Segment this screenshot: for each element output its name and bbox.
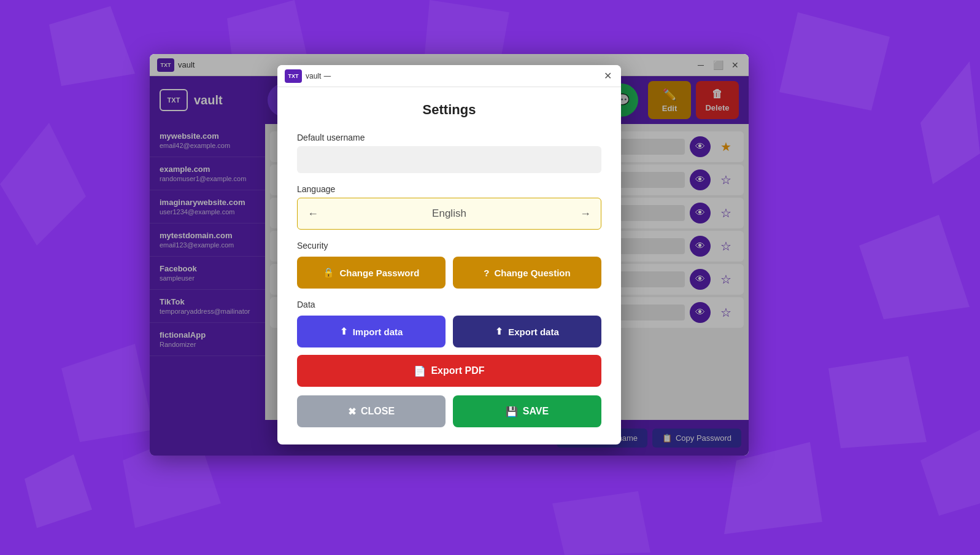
export-pdf-button[interactable]: 📄 Export PDF: [297, 355, 601, 387]
svg-marker-2: [920, 61, 980, 184]
language-selector[interactable]: ← English →: [297, 198, 601, 230]
svg-marker-9: [552, 491, 650, 555]
svg-marker-8: [724, 442, 822, 534]
language-prev-button[interactable]: ←: [307, 208, 318, 220]
export-data-icon: ⬆: [495, 326, 503, 337]
close-modal-label: CLOSE: [361, 406, 395, 417]
security-label: Security: [297, 241, 601, 250]
modal-body: Settings Default username Language ← Eng…: [277, 87, 621, 444]
close-modal-icon: ✖: [348, 406, 356, 417]
app-window: TXT vault ─ ⬜ ✕ TXT vault ⚙ ℹ 🔍: [150, 54, 749, 456]
save-button[interactable]: 💾 SAVE: [453, 395, 601, 427]
modal-overlay: TXT vault ─ ✕ Settings Default username …: [150, 54, 749, 456]
language-label: Language: [297, 184, 601, 194]
security-buttons: 🔒 Change Password ? Change Question: [297, 257, 601, 289]
save-label: SAVE: [523, 406, 549, 417]
change-question-icon: ?: [484, 268, 489, 278]
svg-marker-1: [779, 12, 890, 111]
export-pdf-label: Export PDF: [431, 365, 484, 376]
svg-marker-5: [61, 344, 153, 442]
modal-minimize-button[interactable]: ─: [321, 70, 333, 82]
change-password-button[interactable]: 🔒 Change Password: [297, 257, 446, 289]
export-pdf-icon: 📄: [414, 365, 426, 377]
language-value: English: [432, 208, 466, 220]
import-data-button[interactable]: ⬆ Import data: [297, 316, 446, 347]
svg-marker-3: [0, 123, 86, 246]
modal-titlebar: TXT vault ─ ✕: [277, 65, 621, 87]
svg-marker-11: [920, 430, 980, 516]
default-username-input[interactable]: [297, 146, 601, 173]
change-password-icon: 🔒: [323, 267, 334, 278]
svg-marker-0: [49, 6, 135, 86]
language-next-button[interactable]: →: [580, 208, 591, 220]
change-question-button[interactable]: ? Change Question: [453, 257, 601, 289]
export-data-button[interactable]: ⬆ Export data: [453, 316, 601, 347]
data-buttons: ⬆ Import data ⬆ Export data: [297, 316, 601, 347]
import-icon: ⬆: [340, 326, 348, 337]
modal-close-x-button[interactable]: ✕: [601, 70, 614, 82]
data-label: Data: [297, 300, 601, 309]
save-icon: 💾: [506, 406, 518, 417]
svg-marker-10: [25, 454, 92, 528]
modal-logo-text: vault: [306, 72, 321, 80]
change-question-label: Change Question: [494, 268, 570, 278]
svg-marker-6: [828, 356, 927, 448]
modal-heading: Settings: [297, 102, 601, 118]
change-password-label: Change Password: [339, 268, 419, 278]
import-label: Import data: [353, 327, 403, 337]
export-data-label: Export data: [508, 327, 559, 337]
modal-logo-icon: TXT: [285, 69, 302, 83]
svg-marker-4: [859, 215, 970, 319]
modal-logo: TXT vault: [285, 69, 321, 83]
settings-modal: TXT vault ─ ✕ Settings Default username …: [277, 65, 621, 444]
default-username-label: Default username: [297, 133, 601, 142]
close-modal-button[interactable]: ✖ CLOSE: [297, 395, 446, 427]
modal-footer: ✖ CLOSE 💾 SAVE: [297, 395, 601, 427]
